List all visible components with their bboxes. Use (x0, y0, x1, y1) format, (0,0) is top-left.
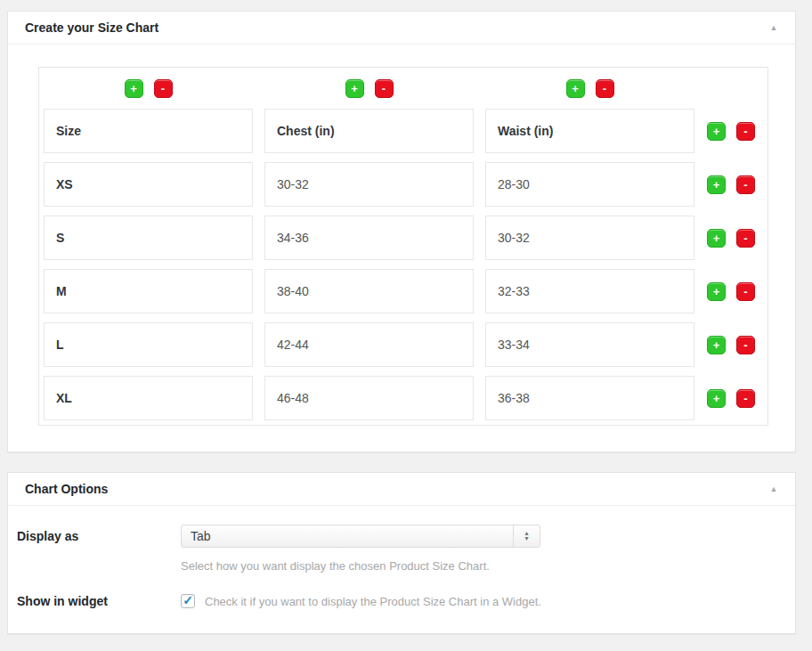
show-in-widget-description: Check it if you want to display the Prod… (205, 595, 541, 608)
size-chart-panel-title: Create your Size Chart (25, 20, 158, 35)
chart-options-panel-title: Chart Options (25, 482, 108, 496)
show-in-widget-row: Show in widget ✓ Check it if you want to… (17, 594, 795, 608)
row-buttons: + - (707, 282, 755, 301)
waist-cell-input[interactable]: 32-33 (485, 269, 694, 313)
column-buttons-waist: + - (485, 79, 694, 98)
size-cell-input[interactable]: XL (44, 376, 253, 420)
chest-cell-input[interactable]: 34-36 (264, 216, 474, 260)
chest-cell-input[interactable]: 42-44 (264, 322, 474, 367)
table-row: S 34-36 30-32 + - (44, 216, 767, 260)
add-row-button[interactable]: + (707, 389, 726, 408)
chart-options-panel-header: Chart Options ▲ (8, 473, 795, 506)
add-column-button[interactable]: + (345, 79, 364, 98)
chest-cell-input[interactable]: 46-48 (264, 376, 474, 420)
collapse-arrow-icon: ▲ (770, 484, 778, 493)
add-row-button[interactable]: + (707, 229, 726, 248)
column-buttons-row: + - + - + - (44, 79, 767, 98)
remove-row-button[interactable]: - (736, 175, 755, 194)
chevron-down-icon: ▼ (524, 536, 530, 541)
size-chart-panel-header: Create your Size Chart ▲ (8, 12, 795, 45)
remove-column-button[interactable]: - (596, 79, 614, 98)
add-row-button[interactable]: + (707, 336, 726, 354)
collapse-panel-button[interactable]: ▲ (758, 476, 790, 502)
column-buttons-chest: + - (264, 79, 474, 98)
add-row-button[interactable]: + (707, 122, 726, 141)
waist-cell-input[interactable]: 33-34 (485, 322, 694, 367)
add-column-button[interactable]: + (125, 79, 143, 98)
display-as-description: Select how you want display the chosen P… (181, 559, 795, 573)
column-buttons-size: + - (44, 79, 253, 98)
collapse-panel-button[interactable]: ▲ (758, 14, 790, 41)
waist-cell-input[interactable]: 30-32 (485, 216, 694, 260)
display-as-row: Display as Tab ▲ ▼ (17, 525, 795, 548)
waist-cell-input[interactable]: 36-38 (485, 376, 694, 420)
add-column-button[interactable]: + (566, 79, 585, 98)
remove-row-button[interactable]: - (736, 282, 755, 301)
table-row: XS 30-32 28-30 + - (44, 162, 767, 207)
remove-column-button[interactable]: - (154, 79, 173, 98)
size-chart-table: + - + - + - Size Chest (in) Waist (in) +… (38, 67, 768, 426)
row-buttons: + - (707, 122, 755, 141)
size-cell-input[interactable]: M (44, 269, 253, 313)
chest-header-input[interactable]: Chest (in) (264, 109, 474, 153)
table-row: M 38-40 32-33 + - (44, 269, 767, 313)
size-cell-input[interactable]: L (44, 322, 253, 367)
remove-row-button[interactable]: - (736, 389, 755, 408)
chest-cell-input[interactable]: 38-40 (264, 269, 474, 313)
waist-cell-input[interactable]: 28-30 (485, 162, 694, 207)
size-header-input[interactable]: Size (44, 109, 253, 153)
chest-cell-input[interactable]: 30-32 (264, 162, 474, 207)
size-chart-panel: Create your Size Chart ▲ + - + - + - Siz… (7, 11, 796, 452)
row-buttons: + - (707, 175, 755, 194)
display-as-label: Display as (17, 529, 181, 543)
add-row-button[interactable]: + (707, 175, 726, 194)
row-buttons: + - (707, 389, 755, 408)
size-cell-input[interactable]: S (44, 216, 253, 260)
add-row-button[interactable]: + (707, 282, 726, 301)
display-as-selected-value: Tab (182, 525, 513, 547)
size-cell-input[interactable]: XS (44, 162, 253, 207)
checkmark-icon: ✓ (183, 594, 193, 606)
row-buttons: + - (707, 229, 755, 248)
collapse-arrow-icon: ▲ (770, 23, 778, 32)
table-row: XL 46-48 36-38 + - (44, 376, 767, 420)
table-header-row: Size Chest (in) Waist (in) + - (44, 109, 767, 153)
waist-header-input[interactable]: Waist (in) (485, 109, 694, 153)
display-as-select[interactable]: Tab ▲ ▼ (181, 525, 540, 548)
remove-row-button[interactable]: - (736, 229, 755, 248)
table-row: L 42-44 33-34 + - (44, 322, 767, 367)
chart-options-panel: Chart Options ▲ Display as Tab ▲ ▼ Selec… (7, 472, 796, 634)
show-in-widget-checkbox[interactable]: ✓ (181, 594, 195, 608)
select-spinner-icon: ▲ ▼ (513, 525, 540, 547)
remove-column-button[interactable]: - (375, 79, 394, 98)
row-buttons: + - (707, 336, 755, 354)
remove-row-button[interactable]: - (736, 336, 755, 354)
remove-row-button[interactable]: - (736, 122, 755, 141)
show-in-widget-label: Show in widget (17, 594, 181, 608)
